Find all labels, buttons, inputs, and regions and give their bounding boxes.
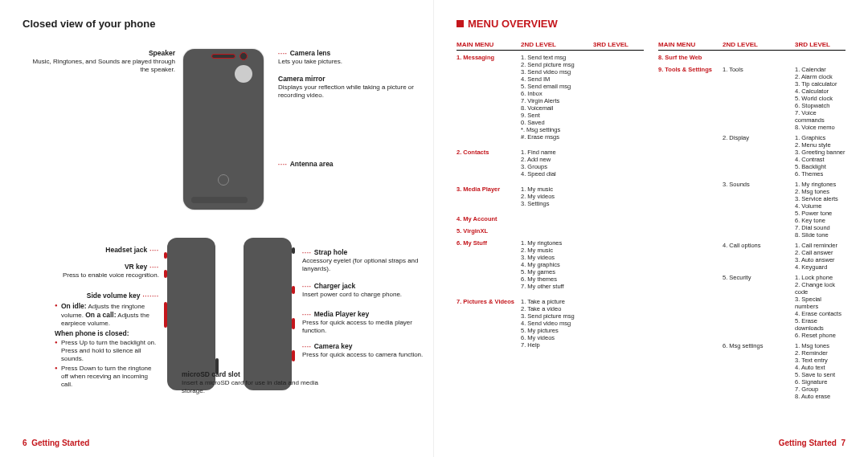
menu-row: 5. VirginXL <box>457 227 644 235</box>
header-2nd: 2ND LEVEL <box>521 41 593 48</box>
menu-row: 7. Pictures & Videos1. Take a picture2. … <box>457 298 644 352</box>
header-2nd: 2ND LEVEL <box>723 41 795 48</box>
menu-main-item: 6. My Stuff <box>457 239 521 293</box>
menu-main-item: 5. VirginXL <box>457 227 521 235</box>
menu-3rd-level <box>593 239 644 290</box>
menu-row: 1. Messaging1. Send text msg2. Send pict… <box>457 54 644 144</box>
menu-3rd-level: 1. Calendar2. Alarm clock3. Tip calculat… <box>795 66 845 131</box>
phone-diagram: Speaker Music, Ringtones, and Sounds are… <box>23 41 411 402</box>
label-speaker: Speaker Music, Ringtones, and Sounds are… <box>23 49 175 74</box>
logo-icon <box>218 174 229 186</box>
menu-3rd-level: 1. Graphics2. Menu style3. Greeting bann… <box>795 134 845 177</box>
menu-3rd-level <box>593 186 644 207</box>
menu-col-1: MAIN MENU 2ND LEVEL 3RD LEVEL 1. Messagi… <box>457 41 644 408</box>
label-charger: ···· Charger jack Insert power cord to c… <box>302 282 431 299</box>
menu-main-item: 3. Media Player <box>457 186 521 210</box>
menu-row: 9. Tools & Settings1. Tools1. Calendar2.… <box>658 66 845 403</box>
menu-2nd-level: 1. Tools <box>723 66 795 131</box>
left-page-title: Closed view of your phone <box>23 18 411 30</box>
menu-2nd-level: 4. Call options <box>723 242 795 271</box>
menu-main-item: 1. Messaging <box>457 54 521 144</box>
menu-2nd-level: 1. Take a picture2. Take a video3. Send … <box>521 298 593 349</box>
label-antenna: ···· Antenna area <box>278 160 423 169</box>
menu-row: 2. Contacts1. Find name2. Add new3. Grou… <box>457 149 644 181</box>
menu-main-item: 8. Surf the Web <box>658 54 723 61</box>
vr-key-icon <box>164 270 167 278</box>
menu-header-row: MAIN MENU 2ND LEVEL 3RD LEVEL <box>457 41 644 51</box>
label-camera-lens: ···· Camera lens Lets you take pictures. <box>278 49 423 66</box>
menu-overview-title: MENU OVERVIEW <box>457 18 845 30</box>
phone-side-right-view <box>244 238 292 390</box>
menu-row: 4. My Account <box>457 215 644 222</box>
menu-col-2: MAIN MENU 2ND LEVEL 3RD LEVEL 8. Surf th… <box>658 41 845 408</box>
page-right: MENU OVERVIEW MAIN MENU 2ND LEVEL 3RD LE… <box>434 0 868 457</box>
menu-2nd-level: 5. Security <box>723 274 795 339</box>
menu-main-item: 4. My Account <box>457 215 521 222</box>
side-volume-key-icon <box>164 302 167 328</box>
header-main: MAIN MENU <box>457 41 521 48</box>
label-headset: Headset jack ···· <box>23 246 159 255</box>
camera-mirror-icon <box>235 65 252 83</box>
menu-2nd-level: 1. Find name2. Add new3. Groups4. Speed … <box>521 149 593 177</box>
footer-left: 6 Getting Started <box>23 439 89 447</box>
antenna-icon <box>191 197 248 203</box>
camera-key-icon <box>292 350 295 361</box>
strap-hole-icon <box>292 247 295 254</box>
page-left: Closed view of your phone <box>0 0 434 457</box>
label-media-key: ···· Media Player key Press for quick ac… <box>302 310 431 335</box>
menu-main-item: 7. Pictures & Videos <box>457 298 521 352</box>
menu-3rd-level <box>593 298 644 349</box>
menu-2nd-level: 1. Send text msg2. Send picture msg3. Se… <box>521 54 593 141</box>
header-main: MAIN MENU <box>658 41 723 48</box>
menu-row: 6. My Stuff1. My ringtones2. My music3. … <box>457 239 644 293</box>
speaker-icon <box>211 54 235 59</box>
label-strap: ···· Strap hole Accessory eyelet (for op… <box>302 248 431 273</box>
header-3rd: 3RD LEVEL <box>795 41 845 48</box>
charger-jack-icon <box>292 286 295 294</box>
menu-2nd-level: 1. My ringtones2. My music3. My videos4.… <box>521 239 593 290</box>
menu-main-item: 9. Tools & Settings <box>658 66 723 403</box>
label-camera-mirror: Camera mirror Displays your reflection w… <box>278 75 423 100</box>
menu-columns: MAIN MENU 2ND LEVEL 3RD LEVEL 1. Messagi… <box>457 41 845 408</box>
header-3rd: 3RD LEVEL <box>593 41 644 48</box>
menu-3rd-level <box>593 54 644 141</box>
menu-row: 8. Surf the Web <box>658 54 845 61</box>
menu-row: 3. Media Player1. My music2. My videos3.… <box>457 186 644 210</box>
menu-2nd-level: 1. My music2. My videos3. Settings <box>521 186 593 207</box>
label-vr: VR key ···· Press to enable voice recogn… <box>23 263 159 280</box>
menu-header-row: MAIN MENU 2ND LEVEL 3RD LEVEL <box>658 41 845 51</box>
footer-right: Getting Started 7 <box>779 439 845 447</box>
menu-2nd-level: 2. Display <box>723 134 795 177</box>
menu-2nd-level: 3. Sounds <box>723 181 795 239</box>
media-player-key-icon <box>292 318 295 329</box>
phone-back-view <box>183 49 264 210</box>
square-bullet-icon <box>457 20 464 27</box>
label-sd: microSD card slot Insert a microSD card … <box>182 370 318 395</box>
label-side-volume: Side volume key ······· On idle: Adjusts… <box>23 292 159 390</box>
headset-jack-icon <box>164 252 167 259</box>
menu-3rd-level: 1. Call reminder2. Call answer3. Auto an… <box>795 242 845 271</box>
menu-3rd-level: 1. My ringtones2. Msg tones3. Service al… <box>795 181 845 239</box>
menu-3rd-level: 1. Lock phone2. Change lock code3. Speci… <box>795 274 845 339</box>
phone-side-left-view <box>167 238 215 390</box>
label-camera-key: ···· Camera key Press for quick access t… <box>302 342 431 359</box>
menu-main-item: 2. Contacts <box>457 149 521 181</box>
menu-3rd-level: 1. Msg tones2. Reminder3. Text entry4. A… <box>795 342 845 400</box>
menu-2nd-level: 6. Msg settings <box>723 342 795 400</box>
menu-3rd-level <box>593 149 644 177</box>
camera-lens-icon <box>240 52 248 60</box>
